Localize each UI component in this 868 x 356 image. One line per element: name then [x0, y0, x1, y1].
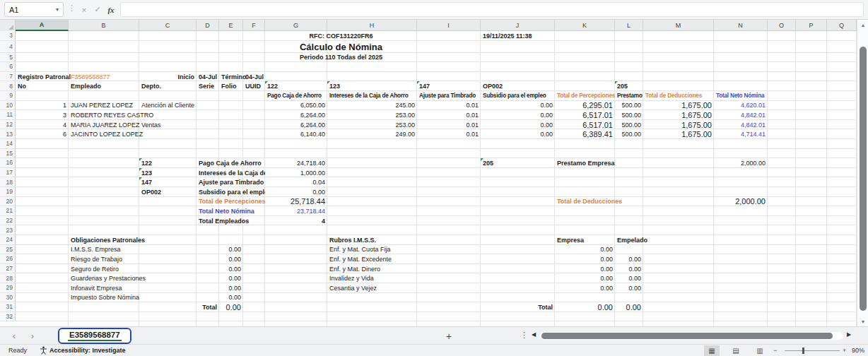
- cell-L29[interactable]: 0.00: [615, 283, 643, 293]
- cell-E27[interactable]: 0.00: [219, 264, 243, 274]
- insert-function-button[interactable]: fx: [105, 3, 117, 16]
- formula-bar-drag-dots-icon[interactable]: ⋮: [68, 4, 75, 13]
- cell-K9[interactable]: Total de Percepciones: [555, 91, 615, 101]
- cell-N20[interactable]: 2,000.00: [714, 197, 768, 207]
- cell-N10[interactable]: 4,620.01: [714, 101, 768, 111]
- zoom-slider-thumb[interactable]: [802, 348, 804, 354]
- cell-C12[interactable]: Ventas: [139, 120, 197, 130]
- cell-L13[interactable]: 500.00: [615, 129, 643, 139]
- vertical-scrollbar[interactable]: ▲ ▼: [857, 20, 868, 326]
- column-header-B[interactable]: B: [69, 20, 139, 31]
- cell-G12[interactable]: 6,264.00: [265, 120, 327, 130]
- cell-H28[interactable]: Invalidez y Vida: [327, 273, 417, 283]
- cell-J8[interactable]: OP002: [481, 81, 555, 91]
- column-header-K[interactable]: K: [555, 20, 615, 31]
- cell-C19[interactable]: OP002: [139, 187, 197, 197]
- cell-C18[interactable]: 147: [139, 177, 197, 187]
- cell-A8[interactable]: No: [16, 81, 69, 91]
- cell-B7[interactable]: F3589568877: [69, 72, 139, 82]
- cell-L27[interactable]: 0.00: [615, 264, 643, 274]
- cell-N13[interactable]: 4,714.41: [714, 129, 768, 139]
- cell-B8[interactable]: Empleado: [69, 81, 139, 91]
- cell-L10[interactable]: 500.00: [615, 101, 643, 111]
- cell-G16[interactable]: 24,718.40: [265, 158, 327, 168]
- cell-G13[interactable]: 6,140.40: [265, 129, 327, 139]
- cell-G5[interactable]: Periodo 110 Todas del 2025: [265, 53, 417, 63]
- cell-C8[interactable]: Depto.: [139, 81, 197, 91]
- row-header-8[interactable]: 8: [0, 81, 16, 91]
- cell-K26[interactable]: 0.00: [555, 254, 615, 264]
- cell-K12[interactable]: 6,517.01: [555, 120, 615, 130]
- cell-G4[interactable]: Cálculo de Nómina: [265, 41, 417, 53]
- cell-C10[interactable]: Atención al Cliente: [139, 101, 197, 111]
- cell-I10[interactable]: 0.01: [417, 101, 481, 111]
- cell-D19[interactable]: Subsidio para el empleo: [197, 187, 265, 197]
- cell-K11[interactable]: 6,517.01: [555, 110, 615, 120]
- cell-D21[interactable]: Total Neto Nómina: [197, 206, 265, 216]
- cell-H25[interactable]: Enf. y Mat. Cuota Fija: [327, 245, 417, 255]
- cell-K28[interactable]: 0.00: [555, 273, 615, 283]
- cell-K13[interactable]: 6,389.41: [555, 129, 615, 139]
- column-header-A[interactable]: A: [16, 20, 69, 31]
- row-header-18[interactable]: 18: [0, 177, 16, 187]
- cell-C7[interactable]: Inicio: [139, 72, 197, 82]
- row-header-21[interactable]: 21: [0, 206, 16, 216]
- cell-G10[interactable]: 6,050.00: [265, 101, 327, 111]
- row-header-31[interactable]: 31: [0, 302, 16, 312]
- cell-G17[interactable]: 1,000.00: [265, 168, 327, 178]
- cell-B26[interactable]: Riesgo de Trabajo: [69, 254, 139, 264]
- column-header-I[interactable]: I: [417, 20, 481, 31]
- scroll-down-icon[interactable]: ▼: [857, 316, 868, 326]
- cell-I8[interactable]: 147: [417, 81, 481, 91]
- cell-H26[interactable]: Enf. y Mat. Excedente: [327, 254, 417, 264]
- cell-A12[interactable]: 4: [16, 120, 69, 130]
- cell-B10[interactable]: JUAN PEREZ LOPEZ: [69, 101, 139, 111]
- cell-G21[interactable]: 23,718.44: [265, 206, 327, 216]
- cell-J31[interactable]: Total: [481, 302, 555, 312]
- row-header-24[interactable]: 24: [0, 235, 16, 245]
- cell-G11[interactable]: 6,264.00: [265, 110, 327, 120]
- cell-E30[interactable]: 0.00: [219, 293, 243, 303]
- cell-L26[interactable]: 0.00: [615, 254, 643, 264]
- cell-L31[interactable]: 0.00: [615, 302, 643, 312]
- cell-H29[interactable]: Cesantia y Vejez: [327, 283, 417, 293]
- cell-K24[interactable]: Empresa: [555, 235, 615, 245]
- column-header-E[interactable]: E: [219, 20, 243, 31]
- column-header-D[interactable]: D: [197, 20, 219, 31]
- cell-K10[interactable]: 6,295.01: [555, 101, 615, 111]
- cell-L28[interactable]: 0.00: [615, 273, 643, 283]
- row-header-19[interactable]: 19: [0, 187, 16, 197]
- enter-button[interactable]: ✓: [91, 3, 104, 16]
- zoom-out-button[interactable]: −: [773, 347, 777, 354]
- cell-D22[interactable]: Total Empleados: [197, 216, 265, 226]
- cell-B12[interactable]: MARIA JUAREZ LOPEZ: [69, 120, 139, 130]
- cell-B30[interactable]: Impuesto Sobre Nómina: [69, 293, 139, 303]
- formula-input[interactable]: [120, 2, 864, 17]
- cell-B13[interactable]: JACINTO LOPEZ LOPEZ: [69, 129, 139, 139]
- cell-M13[interactable]: 1,675.00: [643, 129, 714, 139]
- cell-A11[interactable]: 3: [16, 110, 69, 120]
- cell-K27[interactable]: 0.00: [555, 264, 615, 274]
- row-header-26[interactable]: 26: [0, 254, 16, 264]
- row-header-6[interactable]: 6: [0, 62, 16, 72]
- cell-E25[interactable]: 0.00: [219, 245, 243, 255]
- row-header-11[interactable]: 11: [0, 110, 16, 120]
- row-header-29[interactable]: 29: [0, 283, 16, 293]
- row-header-13[interactable]: 13: [0, 129, 16, 139]
- scroll-left-icon[interactable]: ◀: [532, 331, 536, 338]
- column-header-G[interactable]: G: [265, 20, 327, 31]
- cell-M11[interactable]: 1,675.00: [643, 110, 714, 120]
- cell-B29[interactable]: Infonavit Empresa: [69, 283, 139, 293]
- cell-K25[interactable]: 0.00: [555, 245, 615, 255]
- accessibility-status[interactable]: Accessibility: Investigate: [49, 347, 126, 354]
- cell-F7[interactable]: 04-Jul: [243, 72, 265, 82]
- view-page-break-icon[interactable]: ▥: [752, 345, 768, 356]
- cell-D18[interactable]: Ajuste para Timbrado: [197, 177, 265, 187]
- cell-H12[interactable]: 253.00: [327, 120, 417, 130]
- cell-C16[interactable]: 122: [139, 158, 197, 168]
- cell-H8[interactable]: 123: [327, 81, 417, 91]
- cell-K20[interactable]: Total de Deducciones: [555, 197, 643, 207]
- cell-A10[interactable]: 1: [16, 101, 69, 111]
- cell-I9[interactable]: Ajuste para Timbrado: [417, 91, 481, 101]
- select-all-corner[interactable]: [0, 20, 16, 31]
